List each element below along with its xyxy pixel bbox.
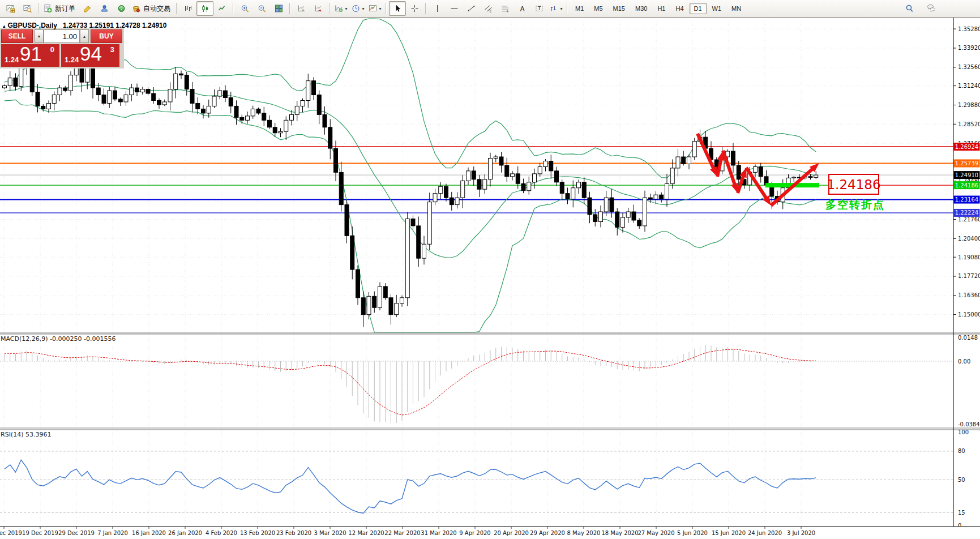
- rsi-label: RSI(14) 53.3961: [1, 431, 51, 438]
- svg-text:T: T: [537, 6, 541, 11]
- timeframe-h4[interactable]: H4: [671, 3, 688, 14]
- dropdown-caret-icon[interactable]: ▾: [362, 6, 364, 11]
- cn-note-text[interactable]: 多空转折点: [825, 198, 885, 211]
- fibonacci-icon: F: [500, 4, 510, 13]
- svg-text:3 Mar 2020: 3 Mar 2020: [314, 530, 346, 536]
- svg-text:100: 100: [958, 429, 969, 435]
- timeframe-w1[interactable]: W1: [708, 3, 726, 14]
- svg-text:1.19080: 1.19080: [958, 254, 980, 260]
- timeframe-h1[interactable]: H1: [653, 3, 670, 14]
- chat-button[interactable]: [922, 1, 939, 16]
- metaeditor-button[interactable]: [79, 1, 96, 16]
- timeframe-m5[interactable]: M5: [589, 3, 607, 14]
- volume-decrease-button[interactable]: ▼: [35, 29, 44, 43]
- search-button[interactable]: [901, 1, 918, 16]
- channel-button[interactable]: E: [480, 1, 497, 16]
- label-button[interactable]: T: [530, 1, 547, 16]
- vline-button[interactable]: [429, 1, 446, 16]
- cursor-button[interactable]: [389, 1, 406, 16]
- buy-button[interactable]: BUY: [91, 29, 122, 43]
- cursor-icon: [393, 4, 403, 13]
- tile-windows-button[interactable]: [270, 1, 287, 16]
- svg-text:1.33920: 1.33920: [958, 45, 980, 51]
- timeframe-m15[interactable]: M15: [609, 3, 630, 14]
- signals-button[interactable]: [113, 1, 130, 16]
- svg-text:1.24186: 1.24186: [955, 182, 978, 189]
- new-order-icon: [43, 4, 53, 13]
- svg-text:5 Jun 2020: 5 Jun 2020: [677, 530, 708, 536]
- metaeditor-icon: [83, 4, 92, 13]
- sell-price-sup: 0: [50, 45, 54, 54]
- svg-text:1.15000: 1.15000: [958, 311, 980, 318]
- candlestick-chart-button[interactable]: [196, 1, 213, 16]
- svg-text:1.28520: 1.28520: [958, 121, 980, 127]
- svg-text:29 Apr 2020: 29 Apr 2020: [530, 530, 565, 536]
- timeframe-d1[interactable]: D1: [690, 3, 707, 14]
- hline-icon: [450, 4, 459, 13]
- new-order-button[interactable]: 新订单: [41, 1, 79, 16]
- autoscroll-button[interactable]: [293, 1, 310, 16]
- toolbar-separator: [176, 3, 177, 14]
- trendline-button[interactable]: [463, 1, 480, 16]
- rsi-pane: RSI(14) 53.3961: [0, 431, 953, 513]
- macd-pane: MACD(12,26,9) -0.000250 -0.001556: [0, 335, 953, 424]
- toolbar-separator: [233, 3, 234, 14]
- line-chart-button[interactable]: [213, 1, 230, 16]
- chart-canvas[interactable]: 1.24186多空转折点MACD(12,26,9) -0.000250 -0.0…: [0, 18, 980, 539]
- line-chart-icon: [217, 4, 227, 13]
- zoom-in-button[interactable]: [236, 1, 253, 16]
- timeframe-m30[interactable]: M30: [631, 3, 652, 14]
- horizontal-lines[interactable]: [0, 147, 953, 213]
- templates-button[interactable]: ▾: [366, 1, 383, 16]
- svg-text:1.31240: 1.31240: [958, 83, 980, 89]
- buy-price-sup: 3: [110, 45, 114, 54]
- dropdown-caret-icon[interactable]: ▾: [379, 6, 381, 11]
- sell-price-display[interactable]: 1.24 91 0: [1, 44, 59, 67]
- chart-window[interactable]: 1.24186多空转折点MACD(12,26,9) -0.000250 -0.0…: [0, 18, 980, 539]
- svg-text:1.32560: 1.32560: [958, 64, 980, 70]
- buy-price-display[interactable]: 1.24 94 3: [61, 44, 119, 67]
- svg-text:15: 15: [958, 510, 965, 516]
- timeframe-mn[interactable]: MN: [727, 3, 746, 14]
- volume-increase-button[interactable]: ▲: [80, 29, 89, 43]
- svg-text:50: 50: [958, 477, 965, 483]
- text-button[interactable]: A: [513, 1, 530, 16]
- autotrading-button[interactable]: 自动交易: [130, 1, 174, 16]
- autoscroll-icon: [297, 4, 306, 13]
- indicators-button[interactable]: ▾: [332, 1, 349, 16]
- chart-shift-button[interactable]: [310, 1, 327, 16]
- dropdown-caret-icon[interactable]: ▾: [560, 6, 562, 11]
- periods-button[interactable]: ▾: [349, 1, 366, 16]
- chart-shift-icon: [314, 4, 323, 13]
- svg-text:15 Jun 2020: 15 Jun 2020: [712, 530, 746, 536]
- toolbar-right-icons: [901, 1, 939, 16]
- profiles-icon: [23, 4, 32, 13]
- candlestick-chart-icon: [200, 4, 210, 13]
- fibonacci-button[interactable]: F: [497, 1, 513, 16]
- volume-input[interactable]: [44, 29, 80, 43]
- autotrading-icon: [131, 4, 141, 13]
- time-axis[interactable]: 10 Dec 201919 Dec 201929 Dec 20197 Jan 2…: [0, 527, 980, 539]
- svg-text:16 Jan 2020: 16 Jan 2020: [132, 530, 166, 536]
- profiles-button[interactable]: [19, 1, 36, 16]
- crosshair-button[interactable]: [406, 1, 423, 16]
- zoom-out-icon: [257, 4, 267, 13]
- zoom-out-button[interactable]: [253, 1, 270, 16]
- timeframe-m1[interactable]: M1: [571, 3, 588, 14]
- community-button[interactable]: [96, 1, 113, 16]
- svg-text:9 Apr 2020: 9 Apr 2020: [459, 530, 490, 536]
- dropdown-caret-icon[interactable]: ▾: [345, 6, 347, 11]
- toolbar-separator: [38, 3, 39, 14]
- bar-chart-button[interactable]: [179, 1, 196, 16]
- candles: [3, 37, 818, 327]
- arrows-button[interactable]: ▾: [547, 1, 564, 16]
- bollinger-bands: [5, 19, 816, 332]
- svg-text:29 Dec 2019: 29 Dec 2019: [58, 530, 95, 536]
- svg-text:1.35280: 1.35280: [958, 26, 980, 32]
- crosshair-icon: [410, 4, 420, 13]
- new-chart-button[interactable]: [2, 1, 19, 16]
- hline-button[interactable]: [446, 1, 463, 16]
- price-callout-text: 1.24186: [827, 177, 880, 192]
- symbol-ohlc: 1.24733 1.25191 1.24728 1.24910: [63, 22, 167, 29]
- sell-button[interactable]: SELL: [1, 29, 33, 43]
